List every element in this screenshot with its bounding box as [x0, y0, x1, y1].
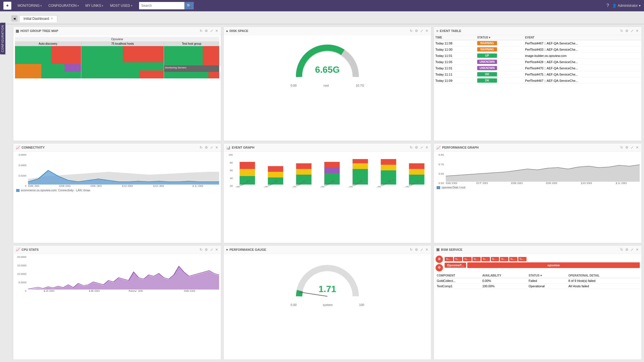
- settings-icon[interactable]: ⚙: [204, 29, 208, 33]
- table-row[interactable]: Today 11:00 WARNING PerfTest4403 :: AEF-…: [434, 46, 641, 53]
- bsm-chip[interactable]: fs-...: [454, 257, 462, 261]
- chart-icon: 📈: [436, 145, 441, 150]
- bsm-chip[interactable]: fs-...: [472, 257, 481, 261]
- bsm-chip[interactable]: fs-...: [509, 257, 517, 261]
- svg-marker-37: [446, 165, 640, 182]
- expand-icon[interactable]: ⤢: [420, 145, 424, 150]
- expand-icon[interactable]: ⤢: [210, 29, 214, 33]
- perf-graph-svg: 06:00 07:00 08:00 09:00 10:00 11:00: [446, 153, 640, 185]
- treemap-cell-orange1[interactable]: [15, 64, 41, 78]
- bsm-chip[interactable]: fs-...: [491, 257, 499, 261]
- close-icon[interactable]: ✕: [425, 29, 429, 33]
- tab-initial-dashboard[interactable]: Initial Dashboard ✕: [19, 15, 57, 22]
- close-icon[interactable]: ✕: [635, 247, 639, 252]
- close-icon[interactable]: ✕: [635, 29, 639, 33]
- nav-configuration[interactable]: CONFIGURATION ▾: [46, 0, 82, 11]
- refresh-icon[interactable]: ↻: [409, 145, 413, 150]
- svg-text:6.65G: 6.65G: [315, 65, 340, 75]
- treemap-columns: Auto-discovery 75 localhost hosts: [15, 42, 219, 78]
- refresh-icon[interactable]: ↻: [199, 29, 203, 33]
- table-row[interactable]: Today 11:01 UNKNOWN PerfTest4470 :: AEF-…: [434, 65, 641, 71]
- col-status[interactable]: STATUS ▾: [476, 35, 524, 40]
- bsm-chip[interactable]: fs-...: [445, 257, 453, 261]
- widget-title: ≡ EVENT TABLE: [436, 29, 618, 33]
- bsm-chip[interactable]: fs-...: [518, 257, 526, 261]
- settings-icon[interactable]: ⚙: [625, 247, 629, 252]
- settings-icon[interactable]: ⚙: [204, 145, 208, 150]
- treemap-cell[interactable]: [164, 72, 208, 78]
- expand-icon[interactable]: ⤢: [630, 29, 634, 33]
- close-icon[interactable]: ✕: [635, 145, 639, 150]
- cell-event: PerfTest4470 :: AEF-QA-ServiceChe...: [524, 65, 641, 71]
- settings-icon[interactable]: ⚙: [414, 29, 419, 33]
- search-input[interactable]: [139, 2, 184, 9]
- expand-icon[interactable]: ⤢: [630, 247, 634, 252]
- table-row[interactable]: GoldCollect... 0.00% Failed 8 of 9 Host(…: [436, 278, 640, 283]
- bsm-opsview-bar[interactable]: opsview: [467, 262, 640, 268]
- bsm-gear-node-1[interactable]: ⚙: [436, 256, 443, 263]
- close-icon[interactable]: ✕: [425, 247, 429, 252]
- sidebar-collapse-button[interactable]: ◀: [11, 15, 18, 22]
- help-icon[interactable]: ?: [606, 3, 609, 8]
- treemap-cell[interactable]: [202, 46, 219, 65]
- expand-icon[interactable]: ⤢: [630, 145, 634, 150]
- user-menu[interactable]: 👤 Administrator ▾: [612, 4, 641, 8]
- treemap-cell[interactable]: [123, 46, 164, 62]
- treemap-cell-red1[interactable]: [51, 46, 81, 64]
- search-button[interactable]: 🔍: [184, 2, 194, 9]
- nav-mylinks[interactable]: MY LINKS ▾: [83, 0, 106, 11]
- tab-close-button[interactable]: ✕: [51, 17, 53, 20]
- treemap-cell-monitoring[interactable]: Monitoring Servers: [164, 65, 219, 72]
- treemap-cell[interactable]: [81, 62, 164, 78]
- settings-icon[interactable]: ⚙: [625, 145, 629, 150]
- configuration-sidebar-tab[interactable]: CONFIGURATION: [0, 23, 5, 54]
- svg-text:06:00: 06:00: [184, 289, 195, 292]
- nav-mostused[interactable]: MOST USED ▾: [107, 0, 135, 11]
- close-icon[interactable]: ✕: [215, 145, 219, 150]
- refresh-icon[interactable]: ↻: [409, 247, 413, 252]
- refresh-icon[interactable]: ↻: [620, 247, 624, 252]
- settings-icon[interactable]: ⚙: [625, 29, 629, 33]
- table-row[interactable]: Today 11:08 WARNING PerfTest4467 :: AEF-…: [434, 40, 641, 46]
- bsm-gear-node-2[interactable]: ⚙: [436, 264, 443, 271]
- close-icon[interactable]: ✕: [215, 247, 219, 252]
- refresh-icon[interactable]: ↻: [199, 247, 203, 252]
- col-status[interactable]: STATUS ▾: [527, 273, 567, 278]
- table-row[interactable]: Today 11:05 UNKNOWN PerfTest4428 :: AEF-…: [434, 59, 641, 65]
- svg-marker-44: [28, 267, 219, 290]
- close-icon[interactable]: ✕: [425, 145, 429, 150]
- refresh-icon[interactable]: ↻: [620, 29, 624, 33]
- bsm-opsview-node[interactable]: OpsviewT...: [445, 263, 466, 268]
- table-row[interactable]: TestComp1 100.00% Operational All Hosts …: [436, 283, 640, 289]
- cell-detail: 8 of 9 Host(s) failed: [567, 278, 640, 283]
- nav-monitoring[interactable]: MONITORING ▾: [15, 0, 44, 11]
- table-row[interactable]: Today 11:11 OK PerfTest4475 :: AEF-QA-Se…: [434, 71, 641, 78]
- chart-with-yaxis: 20.0000 15.0000 10.0000 5.0000 0 12:00 1…: [15, 256, 219, 293]
- table-row[interactable]: Today 11:01 UP image-builder.os.opsview.…: [434, 53, 641, 59]
- close-icon[interactable]: ✕: [215, 29, 219, 33]
- treemap-cell-green2[interactable]: [41, 64, 65, 78]
- treemap-cell-purple1[interactable]: [65, 64, 81, 72]
- settings-icon[interactable]: ⚙: [414, 247, 419, 252]
- treemap-cell[interactable]: [164, 46, 202, 65]
- treemap-cell[interactable]: [208, 72, 219, 78]
- refresh-icon[interactable]: ↻: [199, 145, 203, 150]
- expand-icon[interactable]: ⤢: [420, 247, 424, 252]
- refresh-icon[interactable]: ↻: [620, 145, 624, 150]
- treemap-cell-green3[interactable]: [65, 72, 81, 78]
- expand-icon[interactable]: ⤢: [420, 29, 424, 33]
- bsm-chip[interactable]: fs-...: [481, 257, 490, 261]
- treemap-subcell[interactable]: [139, 70, 164, 79]
- treemap-cell[interactable]: [81, 46, 123, 62]
- bsm-chip[interactable]: fs-...: [463, 257, 471, 261]
- expand-icon[interactable]: ⤢: [210, 247, 214, 252]
- gauge-labels: 0.00 root 10.7G: [291, 84, 364, 87]
- cell-time: Today 11:00: [434, 46, 476, 53]
- refresh-icon[interactable]: ↻: [409, 29, 413, 33]
- table-row[interactable]: Today 11:09 OK PerfTest4467 :: AEF-QA-Se…: [434, 78, 641, 84]
- treemap-cell-green1[interactable]: [15, 46, 51, 64]
- settings-icon[interactable]: ⚙: [414, 145, 419, 150]
- settings-icon[interactable]: ⚙: [204, 247, 208, 252]
- expand-icon[interactable]: ⤢: [210, 145, 214, 150]
- bsm-chip[interactable]: fs-...: [500, 257, 508, 261]
